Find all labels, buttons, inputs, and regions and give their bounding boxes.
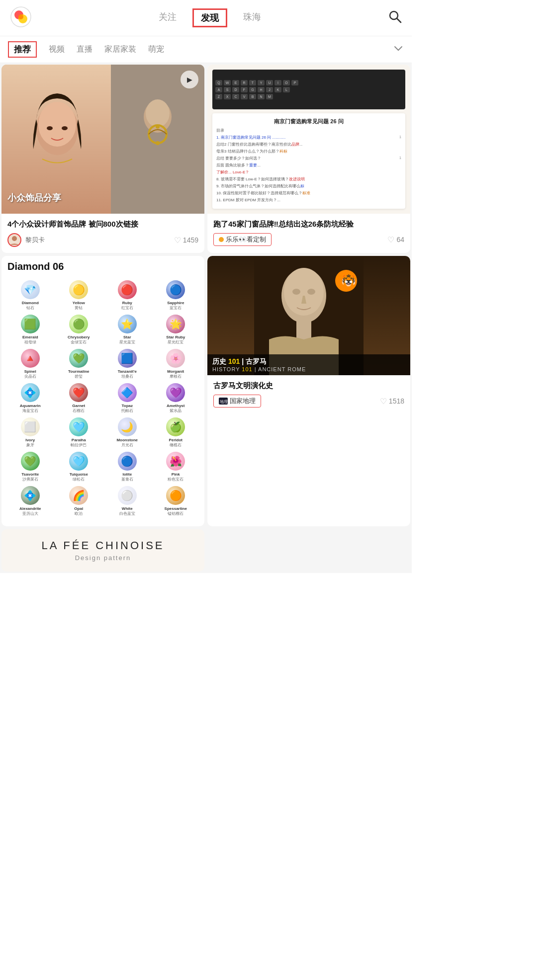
doc-line-8: 8. 玻璃需不需要 Low-E？如何选择玻璃？改进说明 [216, 176, 401, 182]
heart-icon-3: ♡ [380, 397, 387, 406]
gem-star-circle: ⭐ [118, 315, 137, 333]
gem-spessartine-circle: 🟠 [166, 486, 185, 505]
cat-video[interactable]: 视频 [49, 44, 65, 55]
gem-peridot-circle: 🍏 [166, 417, 185, 436]
jewelry-author-avatar [7, 233, 21, 247]
gem-amethyst: 💜 Amethyst 紫水晶 [153, 383, 199, 413]
jewelry-like-count[interactable]: ♡ 1459 [174, 236, 198, 245]
windows-image: QWE RTY UIOP ASD FGH JKL ZXC VBNM [207, 65, 410, 214]
keyboard-img: QWE RTY UIOP ASD FGH JKL ZXC VBNM [212, 70, 405, 109]
gem-iolite: 🔵 Iolite 堇青石 [104, 452, 150, 482]
rome-like-count[interactable]: ♡ 1518 [380, 397, 404, 406]
gem-yellow-circle: 🟡 [69, 280, 88, 299]
top-nav: 关注 发现 珠海 [0, 0, 412, 36]
cat-pets[interactable]: 萌宠 [148, 44, 164, 55]
svg-point-3 [18, 14, 23, 19]
gem-aquamarine-circle: 💠 [21, 383, 40, 402]
jewelry-card[interactable]: ▶ 小众饰品分享 4个小众设计师首饰品牌 被问800次链接 黎贝卡 ♡ [1, 65, 204, 253]
cat-recommend[interactable]: 推荐 [8, 41, 37, 58]
gem-tourmaline-circle: 💚 [69, 349, 88, 368]
gem-pink: 🌺 Pink 粉色宝石 [153, 452, 199, 482]
svg-point-20 [307, 289, 315, 295]
gem-paraiba-circle: 🩵 [69, 417, 88, 436]
gem-tanzanite: 🟦 Tanzanit'e 坦桑石 [104, 349, 150, 379]
jewelry-face-img [1, 65, 113, 214]
jewelry-author-info[interactable]: 黎贝卡 [7, 233, 45, 247]
app-logo[interactable] [10, 6, 32, 30]
rome-en-subtitle: HISTORY 101 | ANCIENT ROME [212, 366, 405, 372]
gem-chrysobery: 🟢 Chrysobery 金绿宝石 [56, 315, 102, 345]
jewelry-title: 4个小众设计师首饰品牌 被问800次链接 [7, 219, 198, 229]
category-bar: 推荐 视频 直播 家居家装 萌宠 [0, 36, 412, 63]
doc-line-4: 母亲3 结材品牌什么么？为什么那？科标 [216, 149, 401, 155]
content-grid: ▶ 小众饰品分享 4个小众设计师首饰品牌 被问800次链接 黎贝卡 ♡ [0, 63, 412, 573]
windows-card[interactable]: QWE RTY UIOP ASD FGH JKL ZXC VBNM [207, 65, 410, 253]
nav-tab-discover[interactable]: 发现 [192, 8, 227, 27]
lafee-card[interactable]: LA FÉE CHINOISE Design pattern [1, 529, 204, 572]
subscribe-dot [219, 237, 224, 242]
doc-line-2: 1. 南京门窗选购常见问题 26 问 ............1 [216, 135, 401, 141]
gem-starruby: 🌟 Star Ruby 星光红宝 [153, 315, 199, 345]
jewelry-author-row: 黎贝卡 ♡ 1459 [7, 233, 198, 247]
windows-author-row: 乐乐👀看定制 ♡ 64 [213, 233, 404, 246]
category-more-icon[interactable] [393, 43, 404, 56]
rome-thumbnail: 🐯 历史 101 | 古罗马 HISTORY 101 | ANCIENT ROM… [207, 256, 410, 375]
gem-sapphire-circle: 🔵 [166, 280, 185, 299]
gem-tourmaline: 💚 Tourmaline 碧玺 [56, 349, 102, 379]
gem-turquoise-circle: 🩵 [69, 452, 88, 471]
gem-ivory: ⬜ Ivory 象牙 [7, 417, 53, 448]
gem-paraiba: 🩵 Paraiha 帕拉伊巴 [56, 417, 102, 448]
cat-home[interactable]: 家居家装 [104, 44, 136, 55]
gem-spessartine: 🟠 Spessartine 锰铝榴石 [153, 486, 199, 516]
doc-line-10: 10. 保温性能对置子都比较好？选择规范有哪么？标准 [216, 190, 401, 196]
subscribe-badge[interactable]: 乐乐👀看定制 [213, 233, 272, 246]
svg-text:🐯: 🐯 [341, 273, 356, 288]
rome-subscribe-badge[interactable]: 地理 国家地理 [213, 395, 261, 408]
gem-tsavorite: 💚 Tsavorite 沙弗莱石 [7, 452, 53, 482]
gem-garnet-circle: ❤️ [69, 383, 88, 402]
doc-line-11: 11. EPDM 胶对 EPDM 开发方向？... [216, 197, 401, 203]
document-paper: 南京门窗选购常见问题 26 问 目录 1. 南京门窗选购常见问题 26 问 ..… [212, 113, 405, 209]
jewelry-face-side [1, 65, 113, 214]
gem-topaz-circle: 🔷 [118, 383, 137, 402]
gems-grid: 💎 Diamond 钻石 🟡 Yellow 黄钻 🔴 Ruby 红宝石 🔵 Sa… [1, 274, 204, 526]
rome-author-row: 地理 国家地理 ♡ 1518 [213, 395, 404, 408]
gem-emerald: 🟩 Emerald 祖母绿 [7, 315, 53, 345]
rome-likes: 1518 [389, 397, 404, 405]
svg-rect-21 [296, 320, 311, 339]
gem-pink-circle: 🌺 [166, 452, 185, 471]
gem-morganite-circle: 🌸 [166, 349, 185, 368]
windows-like-count[interactable]: ♡ 64 [387, 235, 404, 245]
gems-row-7: 💠 Alexandrite 亚历山大 🌈 Opal 欧泊 ⚪ White 白色蓝… [7, 486, 198, 516]
jewelry-likes: 1459 [183, 236, 198, 244]
gem-opal-circle: 🌈 [69, 486, 88, 505]
jewelry-overlay-text: 小众饰品分享 [7, 192, 61, 204]
jewelry-meta: 4个小众设计师首饰品牌 被问800次链接 黎贝卡 ♡ 1459 [1, 214, 204, 253]
rome-card[interactable]: 🐯 历史 101 | 古罗马 HISTORY 101 | ANCIENT ROM… [207, 256, 410, 526]
gems-row-5: ⬜ Ivory 象牙 🩵 Paraiha 帕拉伊巴 🌙 Moonstone 月光… [7, 417, 198, 448]
nav-tab-follow[interactable]: 关注 [159, 11, 177, 25]
cat-live[interactable]: 直播 [77, 44, 92, 55]
search-icon[interactable] [388, 9, 402, 26]
gem-alexandrite-circle: 💠 [21, 486, 40, 505]
lafee-subtitle: Design pattern [11, 554, 194, 562]
svg-point-15 [12, 236, 17, 241]
doc-line-7: 了解价... Love-E？ [216, 169, 401, 175]
gem-garnet: ❤️ Garnet 石榴石 [56, 383, 102, 413]
gem-moonstone-circle: 🌙 [118, 417, 137, 436]
rome-text-overlay: 历史 101 | 古罗马 HISTORY 101 | ANCIENT ROME [207, 354, 410, 375]
gems-card[interactable]: Diamond 06 💎 Diamond 钻石 🟡 Yellow 黄钻 🔴 Ru… [1, 256, 204, 526]
gem-tsavorite-circle: 💚 [21, 452, 40, 471]
lafee-title: LA FÉE CHINOISE [11, 539, 194, 552]
doc-line-6: 后面 圆角比较多？重要... [216, 163, 401, 168]
play-button[interactable]: ▶ [181, 71, 198, 88]
rome-cn-title: 历史 101 | 古罗马 [212, 357, 405, 366]
windows-likes: 64 [396, 236, 404, 244]
gem-spinel-circle: 🔺 [21, 349, 40, 368]
gem-yellow: 🟡 Yellow 黄钻 [56, 280, 102, 311]
windows-author-name: 乐乐👀看定制 [226, 235, 266, 244]
nav-tab-location[interactable]: 珠海 [243, 11, 261, 25]
gems-row-1: 💎 Diamond 钻石 🟡 Yellow 黄钻 🔴 Ruby 红宝石 🔵 Sa… [7, 280, 198, 311]
rome-title: 古罗马文明演化史 [213, 380, 404, 391]
gem-emerald-circle: 🟩 [21, 315, 40, 333]
